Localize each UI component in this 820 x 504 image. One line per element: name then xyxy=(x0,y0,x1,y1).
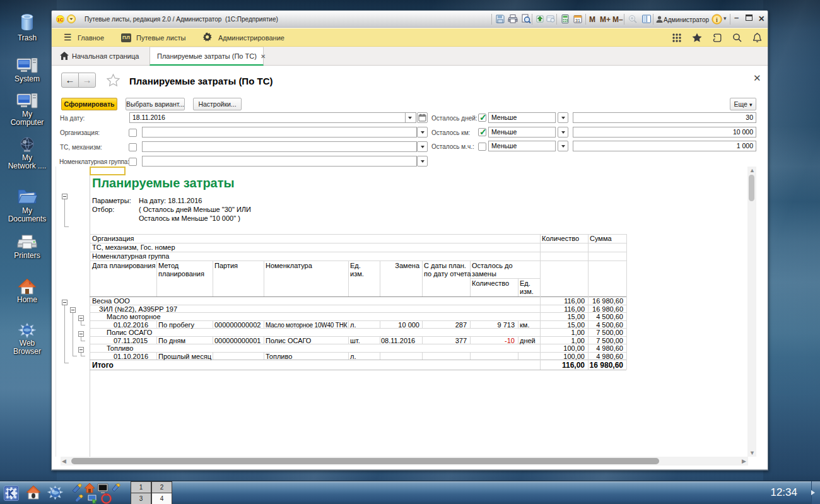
svg-text:31: 31 xyxy=(575,18,580,23)
svg-text:i: i xyxy=(716,16,718,23)
svg-text:1C: 1C xyxy=(57,17,64,23)
